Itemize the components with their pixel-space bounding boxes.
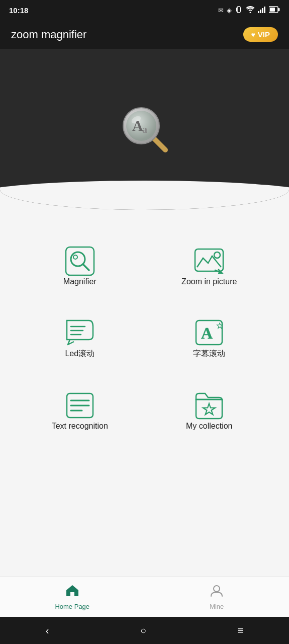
svg-rect-5 bbox=[262, 8, 263, 13]
menu-button[interactable]: ≡ bbox=[228, 620, 254, 641]
led-scroll-icon bbox=[64, 316, 96, 349]
vip-heart-icon: ♥ bbox=[251, 31, 255, 39]
feature-text-recognition[interactable]: Text recognition bbox=[15, 374, 145, 446]
person-icon bbox=[210, 584, 223, 601]
bottom-navigation: Home Page Mine bbox=[0, 577, 289, 617]
feature-magnifier[interactable]: Magnifier bbox=[15, 230, 145, 301]
alert-icon: ◈ bbox=[227, 7, 232, 14]
mine-label: Mine bbox=[210, 603, 224, 610]
vibrate-icon bbox=[235, 6, 243, 15]
nav-home[interactable]: Home Page bbox=[0, 577, 145, 617]
svg-line-10 bbox=[153, 138, 165, 150]
home-button[interactable]: ○ bbox=[130, 620, 156, 641]
svg-marker-33 bbox=[203, 404, 215, 415]
svg-text:A: A bbox=[201, 324, 213, 342]
svg-point-19 bbox=[73, 255, 77, 259]
svg-rect-34 bbox=[70, 592, 74, 596]
feature-my-collection[interactable]: My collection bbox=[145, 374, 274, 446]
svg-rect-8 bbox=[278, 8, 280, 11]
svg-rect-4 bbox=[260, 10, 261, 13]
home-icon bbox=[65, 584, 79, 601]
status-icons: ✉ ◈ bbox=[218, 6, 280, 15]
nav-mine[interactable]: Mine bbox=[145, 577, 290, 617]
signal-icon bbox=[258, 6, 266, 15]
svg-point-35 bbox=[214, 586, 220, 592]
magnifier-label: Magnifier bbox=[63, 277, 97, 286]
svg-text:a: a bbox=[142, 124, 147, 135]
status-bar: 10:18 ✉ ◈ bbox=[0, 0, 289, 20]
app-title: zoom magnifier bbox=[11, 28, 86, 41]
feature-led-scroll[interactable]: Led滚动 bbox=[15, 301, 145, 374]
my-collection-label: My collection bbox=[186, 422, 232, 431]
hero-section: A a bbox=[0, 49, 289, 210]
svg-rect-3 bbox=[258, 11, 259, 13]
svg-rect-16 bbox=[66, 247, 94, 275]
text-recognition-label: Text recognition bbox=[52, 422, 108, 431]
svg-text:A: A bbox=[132, 117, 143, 134]
my-collection-icon bbox=[193, 389, 225, 422]
status-time: 10:18 bbox=[9, 6, 28, 15]
svg-rect-6 bbox=[264, 7, 265, 13]
svg-rect-9 bbox=[270, 8, 275, 12]
back-button[interactable]: ‹ bbox=[36, 620, 59, 641]
led-scroll-label: Led滚动 bbox=[65, 349, 94, 359]
battery-icon bbox=[269, 6, 280, 15]
subtitle-scroll-label: 字幕滚动 bbox=[193, 349, 225, 359]
wifi-icon bbox=[246, 6, 255, 15]
vip-button[interactable]: ♥ VIP bbox=[243, 27, 278, 42]
email-icon: ✉ bbox=[218, 7, 224, 14]
magnifier-icon bbox=[64, 245, 96, 277]
zoom-in-picture-label: Zoom in picture bbox=[181, 277, 237, 286]
home-label: Home Page bbox=[55, 603, 89, 610]
app-header: zoom magnifier ♥ VIP bbox=[0, 20, 289, 49]
zoom-in-picture-icon bbox=[193, 245, 225, 277]
svg-rect-2 bbox=[237, 7, 240, 13]
vip-label: VIP bbox=[258, 30, 270, 39]
svg-line-18 bbox=[83, 264, 89, 270]
feature-subtitle-scroll[interactable]: A 字幕滚动 bbox=[145, 301, 274, 374]
magnifier-logo: A a bbox=[117, 102, 172, 157]
text-recognition-icon bbox=[64, 389, 96, 422]
features-grid-section: Magnifier Zoom in picture bbox=[0, 210, 289, 577]
feature-zoom-in-picture[interactable]: Zoom in picture bbox=[145, 230, 274, 301]
feature-grid: Magnifier Zoom in picture bbox=[15, 230, 274, 446]
subtitle-scroll-icon: A bbox=[193, 316, 225, 349]
svg-point-21 bbox=[214, 252, 220, 258]
system-nav-bar: ‹ ○ ≡ bbox=[0, 617, 289, 644]
